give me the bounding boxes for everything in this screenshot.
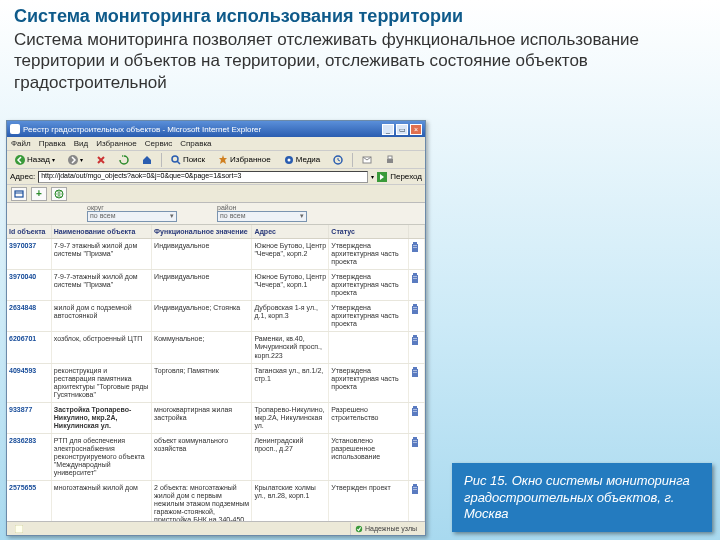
svg-rect-30	[413, 309, 414, 310]
refresh-icon	[119, 155, 129, 165]
media-icon	[284, 155, 294, 165]
svg-rect-48	[413, 411, 414, 412]
svg-rect-29	[415, 307, 416, 308]
home-button[interactable]	[137, 153, 157, 167]
building-icon	[411, 273, 419, 283]
svg-rect-55	[415, 442, 416, 443]
mail-icon	[362, 155, 372, 165]
cell-id: 4094593	[7, 363, 51, 402]
col-name[interactable]: Наименование объекта	[51, 225, 151, 239]
svg-rect-41	[415, 370, 416, 371]
cell-status: Утвержден проект	[329, 481, 408, 521]
cell-icon[interactable]	[408, 301, 424, 332]
svg-rect-21	[413, 273, 417, 275]
cell-addr: Южное Бутово, Центр "Чечера", корп.1	[252, 270, 329, 301]
cell-addr: Крылатские холмы ул., вл.28, корп.1	[252, 481, 329, 521]
menu-file[interactable]: Файл	[11, 139, 31, 148]
svg-rect-46	[413, 409, 414, 410]
cell-id: 2634848	[7, 301, 51, 332]
col-status[interactable]: Статус	[329, 225, 408, 239]
cell-icon[interactable]	[408, 239, 424, 270]
svg-rect-32	[412, 337, 418, 345]
cell-icon[interactable]	[408, 363, 424, 402]
svg-rect-43	[415, 372, 416, 373]
svg-line-3	[177, 161, 180, 164]
minimize-button[interactable]: _	[382, 124, 394, 135]
filter-okrug-label: округ	[87, 204, 177, 211]
table-row[interactable]: 2575655многоэтажный жилой дом2 объекта: …	[7, 481, 425, 521]
svg-rect-60	[413, 489, 414, 490]
history-button[interactable]	[328, 153, 348, 167]
cell-addr: Тропарево-Никулино, мкр.2А, Никулинская …	[252, 402, 329, 433]
search-icon	[171, 155, 181, 165]
cell-icon[interactable]	[408, 433, 424, 480]
menu-edit[interactable]: Правка	[39, 139, 66, 148]
cell-id: 6206701	[7, 332, 51, 363]
building-icon	[411, 437, 419, 447]
svg-point-5	[287, 158, 290, 161]
cell-icon[interactable]	[408, 402, 424, 433]
col-func[interactable]: Функциональное значение	[152, 225, 252, 239]
add-button[interactable]: +	[31, 187, 47, 201]
filter-okrug-select[interactable]: по всем ▾	[87, 211, 177, 222]
view-button[interactable]	[11, 187, 27, 201]
menu-tools[interactable]: Сервис	[145, 139, 172, 148]
table-row[interactable]: 39700377-9-7 этажный жилой дом системы "…	[7, 239, 425, 270]
back-arrow-icon	[15, 155, 25, 165]
svg-rect-39	[413, 367, 417, 369]
forward-button[interactable]: ▾	[63, 153, 88, 167]
cell-icon[interactable]	[408, 270, 424, 301]
cell-name: многоэтажный жилой дом	[51, 481, 151, 521]
go-icon[interactable]	[377, 172, 387, 182]
menu-help[interactable]: Справка	[180, 139, 211, 148]
menu-favorites[interactable]: Избранное	[96, 139, 137, 148]
close-button[interactable]: ×	[410, 124, 422, 135]
app-toolbar: +	[7, 185, 425, 203]
svg-rect-27	[413, 304, 417, 306]
svg-rect-62	[15, 525, 23, 533]
table-row[interactable]: 2634848жилой дом с подземной автостоянко…	[7, 301, 425, 332]
content-area[interactable]: Id объекта Наименование объекта Функцион…	[7, 225, 425, 521]
svg-rect-50	[412, 439, 418, 447]
app-icon	[10, 124, 20, 134]
cell-name: Застройка Тропарево-Никулино, мкр.2А, Ни…	[51, 402, 151, 433]
globe-icon	[54, 189, 64, 199]
table-row[interactable]: 933877Застройка Тропарево-Никулино, мкр.…	[7, 402, 425, 433]
table-row[interactable]: 2836283РТП для обеспечения электроснабже…	[7, 433, 425, 480]
refresh-button[interactable]	[114, 153, 134, 167]
go-label[interactable]: Переход	[390, 172, 422, 181]
table-row[interactable]: 4094593реконструкция и реставрация памят…	[7, 363, 425, 402]
print-button[interactable]	[380, 153, 400, 167]
svg-rect-33	[413, 335, 417, 337]
building-icon	[411, 484, 419, 494]
stop-button[interactable]	[91, 153, 111, 167]
cell-icon[interactable]	[408, 332, 424, 363]
back-button[interactable]: Назад ▾	[10, 153, 60, 167]
map-button[interactable]	[51, 187, 67, 201]
filter-bar: округ по всем ▾ район по всем ▾	[7, 203, 425, 225]
address-input[interactable]: http://jdata/out/mgo_objects?aok=0&j=0&q…	[38, 171, 368, 183]
svg-rect-26	[412, 306, 418, 314]
table-row[interactable]: 39700407-9-7-этажный жилой дом системы "…	[7, 270, 425, 301]
svg-rect-53	[415, 440, 416, 441]
table-row[interactable]: 6206701хозблок, обстроенный ЦТПКоммуналь…	[7, 332, 425, 363]
cell-icon[interactable]	[408, 481, 424, 521]
mail-button[interactable]	[357, 153, 377, 167]
cell-func: Торговля; Памятник	[152, 363, 252, 402]
forward-arrow-icon	[68, 155, 78, 165]
svg-rect-16	[413, 245, 414, 246]
statusbar: Надежные узлы	[7, 521, 425, 535]
building-icon	[411, 242, 419, 252]
media-button[interactable]: Медиа	[279, 153, 326, 167]
col-addr[interactable]: Адрес	[252, 225, 329, 239]
history-icon	[333, 155, 343, 165]
favorites-button[interactable]: Избранное	[213, 153, 276, 167]
filter-raion-select[interactable]: по всем ▾	[217, 211, 307, 222]
svg-rect-37	[415, 340, 416, 341]
menu-view[interactable]: Вид	[74, 139, 88, 148]
search-button[interactable]: Поиск	[166, 153, 210, 167]
col-id[interactable]: Id объекта	[7, 225, 51, 239]
maximize-button[interactable]: ▭	[396, 124, 408, 135]
cell-name: 7-9-7-этажный жилой дом системы "Призма"	[51, 270, 151, 301]
svg-rect-57	[413, 484, 417, 486]
